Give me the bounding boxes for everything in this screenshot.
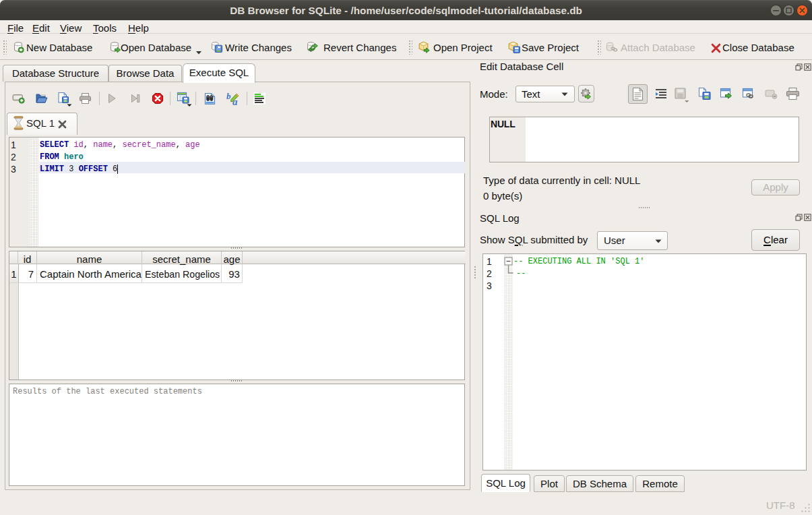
svg-text:b: b <box>226 92 231 101</box>
